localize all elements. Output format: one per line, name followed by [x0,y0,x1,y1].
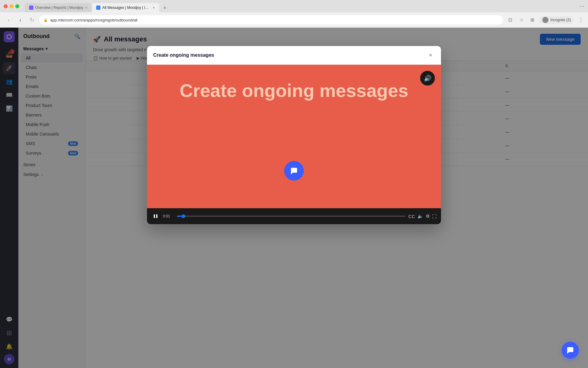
tab-close-1[interactable]: × [85,5,88,10]
browser-titlebar: Overview | Reports | Moodjoy × All Messa… [0,0,588,12]
minimize-window-button[interactable] [9,4,13,8]
lock-icon: 🔒 [43,18,48,22]
modal-header: Create ongoing messages × [147,46,441,65]
browser-chrome: Overview | Reports | Moodjoy × All Messa… [0,0,588,28]
video-pause-button[interactable] [151,212,160,220]
browser-tab-1[interactable]: Overview | Reports | Moodjoy × [25,3,92,12]
close-window-button[interactable] [4,4,8,8]
svg-rect-3 [156,214,157,218]
video-controls: 0:01 CC 🔈 ⚙ ⛶ [147,208,441,224]
tab-close-2[interactable]: × [153,5,155,10]
traffic-lights [4,4,19,8]
video-current-time: 0:01 [163,214,174,218]
back-button[interactable]: ‹ [4,16,13,24]
browser-menu-button[interactable]: ⋮ [578,17,584,23]
browser-tabs: Overview | Reports | Moodjoy × All Messa… [25,0,577,12]
url-text: app.intercom.com/a/apps/nnsgmgob/outboun… [50,18,138,22]
svg-rect-2 [154,214,155,218]
video-controls-right: CC 🔈 ⚙ ⛶ [408,213,437,219]
incognito-label: Incognito (2) [550,18,571,22]
browser-tab-2[interactable]: All Messages | Moodjoy | Inter... × [92,3,159,12]
tab-title-1: Overview | Reports | Moodjoy [35,6,83,10]
close-icon: × [429,52,432,59]
video-title-text: Create ongoing messages [147,80,441,101]
screen-share-icon[interactable]: ⊡ [506,16,514,24]
profile-avatar [542,17,548,23]
new-tab-button[interactable]: + [160,4,169,12]
volume-icon[interactable]: 🔈 [417,213,423,219]
tab-favicon-1 [29,6,33,10]
tab-title-2: All Messages | Moodjoy | Inter... [102,6,151,10]
floating-chat-button[interactable] [562,342,579,359]
refresh-button[interactable]: ↻ [28,16,36,24]
address-bar[interactable]: 🔒 app.intercom.com/a/apps/nnsgmgob/outbo… [39,15,503,25]
video-container: Create ongoing messages 🔊 0:01 [147,65,441,224]
maximize-window-button[interactable] [15,4,19,8]
tab-favicon-2 [96,6,100,10]
profile-pill[interactable]: Incognito (2) [539,16,574,24]
browser-toolbar: ‹ › ↻ 🔒 app.intercom.com/a/apps/nnsgmgob… [0,12,588,28]
closed-captions-icon[interactable]: CC [408,214,415,219]
bookmark-icon[interactable]: ☆ [517,16,525,24]
video-main-area[interactable]: Create ongoing messages 🔊 [147,65,441,208]
video-progress-thumb [182,214,185,218]
modal-title: Create ongoing messages [153,52,214,58]
settings-icon[interactable]: ⚙ [426,213,430,219]
toolbar-actions: ⊡ ☆ ⊞ Incognito (2) ⋮ [506,16,584,24]
expand-icon[interactable]: ⋯ [579,3,584,9]
video-progress-fill [177,216,182,217]
forward-button[interactable]: › [16,16,24,24]
video-sound-button[interactable]: 🔊 [420,71,435,86]
sound-icon: 🔊 [424,75,432,82]
video-chat-widget [284,161,304,181]
modal-overlay[interactable]: Create ongoing messages × Create ongoing… [0,28,588,368]
fullscreen-icon[interactable]: ⛶ [432,214,437,219]
extensions-icon[interactable]: ⊞ [528,16,536,24]
modal-close-button[interactable]: × [426,51,435,59]
modal-create-ongoing: Create ongoing messages × Create ongoing… [147,46,441,224]
video-progress-bar[interactable] [177,216,405,217]
